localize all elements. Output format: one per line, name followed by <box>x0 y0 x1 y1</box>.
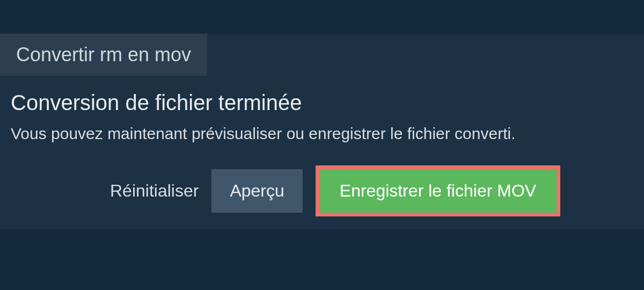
status-heading: Conversion de fichier terminée <box>11 91 633 115</box>
save-button[interactable]: Enregistrer le fichier MOV <box>319 169 557 213</box>
preview-button[interactable]: Aperçu <box>211 169 302 213</box>
action-row: Réinitialiser Aperçu Enregistrer le fich… <box>11 165 633 216</box>
tab-label: Convertir rm en mov <box>16 44 191 66</box>
save-button-highlight: Enregistrer le fichier MOV <box>316 165 560 216</box>
converter-panel: Convertir rm en mov Conversion de fichie… <box>0 34 644 229</box>
status-description: Vous pouvez maintenant prévisualiser ou … <box>11 125 633 143</box>
content-area: Conversion de fichier terminée Vous pouv… <box>0 76 644 229</box>
reset-link[interactable]: Réinitialiser <box>110 181 199 201</box>
tab-convert[interactable]: Convertir rm en mov <box>0 34 207 76</box>
